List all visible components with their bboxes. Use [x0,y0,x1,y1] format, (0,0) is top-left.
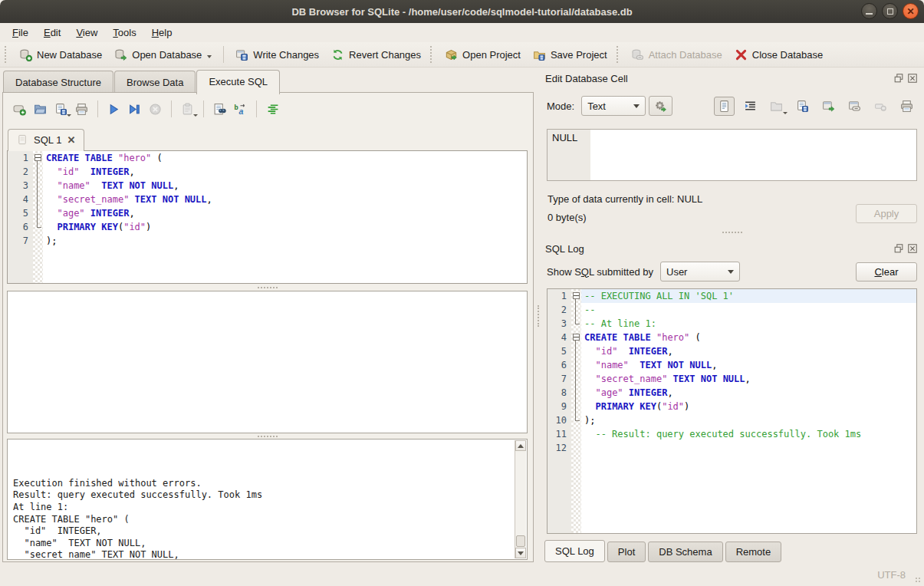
menu-item-view[interactable]: View [69,25,104,41]
tab-database-structure[interactable]: Database Structure [3,71,113,93]
float-icon[interactable] [893,243,904,254]
bottom-tab-bar: SQL LogPlotDB SchemaRemote [544,541,784,562]
open-database-button[interactable]: Open Database [108,45,218,64]
panel-splitter[interactable] [535,67,541,564]
code-line: 10 ); [547,413,916,427]
find-button[interactable] [209,100,230,118]
fold-marker[interactable] [33,151,43,165]
code-line: 11 -- Result: query executed successfull… [547,427,916,441]
fold-marker[interactable] [571,331,581,344]
tab-remote[interactable]: Remote [725,542,782,562]
fold-marker[interactable] [571,303,581,317]
print-cell-button[interactable] [896,97,917,116]
save-cell-file-button[interactable] [792,97,813,116]
sql-log-view[interactable]: 1 -- EXECUTING ALL IN 'SQL 1' 2 -- 3 -- … [547,288,917,534]
fold-marker[interactable] [571,289,581,303]
chevron-down-icon[interactable] [783,112,788,114]
fold-marker[interactable] [571,427,581,441]
fold-marker[interactable] [571,372,581,386]
fold-marker[interactable] [33,234,43,248]
sql-file-tab[interactable]: SQL 1 ✕ [8,129,84,151]
fold-marker[interactable] [33,179,43,193]
execute-sql-panel: ba SQL 1 ✕ 1 CREATE TABLE "hero" ( 2 "id… [2,92,534,562]
dock-close-icon[interactable] [907,243,918,254]
link-icon [848,100,861,113]
mode-select[interactable]: Text [581,96,646,116]
code-line: 1 CREATE TABLE "hero" ( [8,151,527,165]
maximize-button[interactable] [882,3,898,19]
print-sql-button[interactable] [71,100,92,118]
scroll-up-icon[interactable] [515,440,526,451]
tab-plot[interactable]: Plot [607,542,646,562]
fold-marker[interactable] [571,400,581,413]
menu-item-file[interactable]: File [5,25,35,41]
set-null-icon [874,100,887,113]
apply-button[interactable]: Apply [856,204,917,223]
fold-marker[interactable] [571,358,581,372]
code-text: PRIMARY KEY("id") [43,220,527,234]
execute-all-icon [107,103,120,116]
toolbar-grip[interactable] [617,46,619,63]
sql-editor[interactable]: 1 CREATE TABLE "hero" ( 2 "id" INTEGER, … [7,150,528,284]
link-cell-button[interactable] [844,97,865,116]
tab-close-icon[interactable]: ✕ [67,135,75,145]
resize-grip[interactable] [915,577,921,583]
new-database-button[interactable]: New Database [13,45,108,64]
dock-splitter[interactable] [541,229,924,235]
code-text: "id" INTEGER, [43,165,527,179]
float-icon[interactable] [893,73,904,84]
write-changes-button[interactable]: Write Changes [229,45,325,64]
open-project-button[interactable]: Open Project [439,45,527,64]
tab-execute-sql[interactable]: Execute SQL [196,70,280,94]
chevron-down-icon[interactable] [207,55,212,58]
export-cell-button[interactable] [818,97,839,116]
find-replace-button[interactable]: ba [230,100,251,118]
splitter-handle[interactable] [7,433,528,439]
clear-button[interactable]: Clear [856,262,917,281]
menu-item-help[interactable]: Help [145,25,179,41]
open-sql-file-button[interactable] [30,100,51,118]
execute-all-button[interactable] [104,100,124,118]
cell-editor[interactable]: NULL [547,129,917,181]
fold-marker[interactable] [571,441,581,455]
tab-browse-data[interactable]: Browse Data [114,71,196,93]
tab-sql-log[interactable]: SQL Log [544,540,605,562]
line-number: 6 [8,220,33,234]
fold-marker[interactable] [33,220,43,234]
fold-marker[interactable] [33,165,43,179]
title-bar[interactable]: DB Browser for SQLite - /home/user/code/… [0,0,924,23]
format-sql-button[interactable] [262,100,283,118]
indent-button[interactable] [740,97,761,116]
scrollbar-thumb[interactable] [516,535,525,547]
save-project-button[interactable]: Save Project [527,45,613,64]
execution-message-pane[interactable]: Execution finished without errors.Result… [7,439,528,560]
open-sql-tab-button[interactable] [9,100,30,118]
auto-apply-button[interactable] [649,96,672,116]
fold-marker[interactable] [571,344,581,358]
menu-item-edit[interactable]: Edit [37,25,67,41]
fold-marker[interactable] [571,317,581,331]
close-database-button[interactable]: Close Database [728,45,830,64]
scroll-down-icon[interactable] [515,548,526,558]
chevron-down-icon[interactable] [193,114,198,117]
submitted-by-select[interactable]: User [660,262,740,281]
scrollbar[interactable] [515,440,526,558]
close-button[interactable]: ✕ [903,3,919,19]
menu-item-tools[interactable]: Tools [106,25,143,41]
revert-changes-button[interactable]: Revert Changes [325,45,427,64]
save-sql-file-button[interactable] [51,100,71,118]
line-number: 5 [547,344,571,358]
fold-marker[interactable] [571,413,581,427]
splitter-handle[interactable] [7,285,528,290]
word-wrap-button[interactable] [714,97,735,116]
fold-marker[interactable] [33,193,43,206]
toolbar-grip[interactable] [5,46,7,63]
tab-db-schema[interactable]: DB Schema [648,542,722,562]
toolbar-grip[interactable] [430,46,432,63]
minimize-button[interactable] [861,3,877,19]
fold-marker[interactable] [33,206,43,220]
dock-close-icon[interactable] [907,73,918,84]
fold-marker[interactable] [571,386,581,400]
results-table-pane[interactable] [7,291,528,433]
execute-current-line-button[interactable] [124,100,145,118]
